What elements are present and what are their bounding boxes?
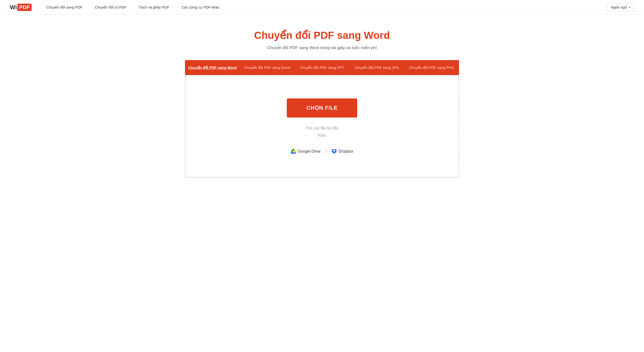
tab-png[interactable]: Chuyển đổi PDF sang PNG [404,60,459,75]
drop-zone[interactable]: CHỌN FILE Thả các file tại đây hoặc Goog… [185,75,459,177]
cloud-options: Google Drive | Dropbox [291,149,354,154]
dropbox-label: Dropbox [339,149,353,154]
header: Wi PDF Chuyển đổi sang PDF Chuyển đổi từ… [0,0,644,15]
google-drive-button[interactable]: Google Drive [291,149,320,154]
main-nav: Chuyển đổi sang PDF Chuyển đổi từ PDF Tá… [46,5,607,9]
dropbox-button[interactable]: Dropbox [332,149,353,154]
main-content: Chuyển đổi PDF sang Word Chuyển đổi PDF … [0,15,644,187]
chevron-down-icon: ▾ [629,6,630,9]
google-drive-icon [291,149,296,154]
google-drive-label: Google Drive [298,149,320,154]
tab-word[interactable]: Chuyển đổi PDF sang Word [185,60,240,75]
nav-link-tach-ghep[interactable]: Tách và ghép PDF [139,5,169,9]
choose-file-button[interactable]: CHỌN FILE [287,98,357,118]
nav-link-cong-cu[interactable]: Các công cụ PDF khác [182,5,220,9]
page-title: Chuyển đổi PDF sang Word [254,29,390,41]
nav-link-sang-pdf[interactable]: Chuyển đổi sang PDF [46,5,82,9]
logo-pdf: PDF [17,4,32,11]
page-subtitle: Chuyển đổi PDF sang Word trong vài giây … [267,45,377,50]
cloud-divider: | [326,149,327,154]
dropbox-icon [332,149,337,154]
language-label: Ngôn ngữ [611,5,627,9]
logo[interactable]: Wi PDF [10,4,32,11]
tab-ppt[interactable]: Chuyển đổi PDF sang PPT [294,60,350,75]
tab-excel[interactable]: Chuyển đổi PDF sang Excel [240,60,294,75]
nav-link-tu-pdf[interactable]: Chuyển đổi từ PDF [95,5,126,9]
tabs-bar: Chuyển đổi PDF sang Word Chuyển đổi PDF … [185,60,459,75]
drop-hint: Thả các file tại đây hoặc [305,125,339,139]
logo-wi: Wi [10,4,17,11]
language-selector[interactable]: Ngôn ngữ ▾ [607,3,634,11]
tab-jpg[interactable]: Chuyển đổi PDF sang JPG [350,60,404,75]
